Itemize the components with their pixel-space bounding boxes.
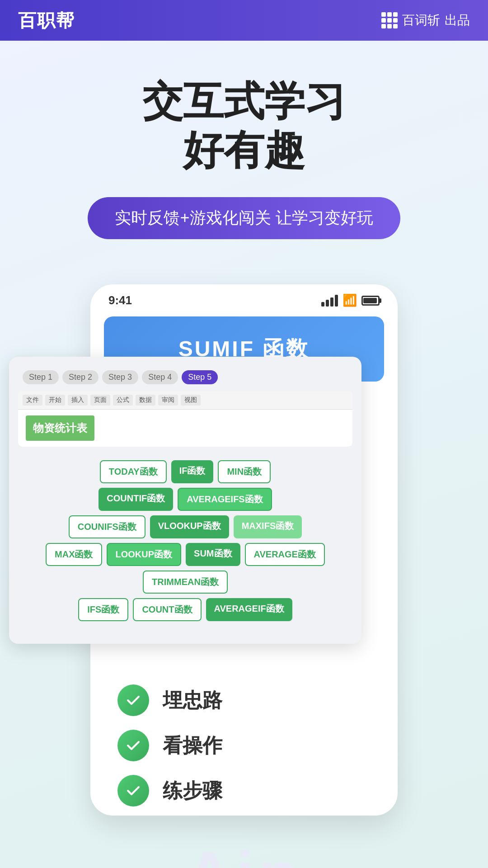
function-tag[interactable]: COUNIFS函数 <box>69 515 145 538</box>
checklist-item: 埋忠路 <box>117 684 371 716</box>
checklist-label: 埋忠路 <box>163 687 222 714</box>
brand-area: 百词斩 出品 <box>381 12 470 29</box>
wifi-icon: 📶 <box>343 293 357 307</box>
checklist-label: 看操作 <box>163 732 222 759</box>
excel-toolbar: 文件 开始 插入 页面 公式 数据 审阅 视图 <box>18 391 352 410</box>
step-pill[interactable]: Step 5 <box>182 370 218 384</box>
check-circle <box>117 775 149 807</box>
sheet-title: 物资统计表 <box>26 415 94 441</box>
toolbar-btn[interactable]: 公式 <box>113 395 133 406</box>
function-tag[interactable]: VLOOKUP函数 <box>150 515 229 538</box>
function-tag[interactable]: TODAY函数 <box>100 460 167 483</box>
hero-section: 交互式学习 好有趣 实时反馈+游戏化闯关 让学习变好玩 <box>0 41 488 284</box>
function-tag[interactable]: IFS函数 <box>78 598 128 621</box>
function-tag[interactable]: LOOKUP函数 <box>107 543 182 566</box>
step-pills: Step 1Step 2Step 3Step 4Step 5 <box>18 370 352 384</box>
function-tag[interactable]: COUNT函数 <box>133 598 201 621</box>
step-pill[interactable]: Step 1 <box>23 370 59 384</box>
toolbar-btn[interactable]: 插入 <box>68 395 88 406</box>
toolbar-btn[interactable]: 页面 <box>90 395 110 406</box>
battery-icon <box>361 296 380 306</box>
mockup-area: 9:41 📶 SUMIF 函数 埋忠路 <box>0 284 488 816</box>
hero-badge: 实时反馈+游戏化闯关 让学习变好玩 <box>88 197 400 239</box>
hero-title: 交互式学习 好有趣 <box>18 77 470 175</box>
toolbar-btn[interactable]: 开始 <box>45 395 65 406</box>
function-tag[interactable]: COUNTIF函数 <box>99 488 173 511</box>
step-pill[interactable]: Step 3 <box>102 370 138 384</box>
app-header: 百职帮 百词斩 出品 <box>0 0 488 41</box>
function-tag[interactable]: TRIMMEAN函数 <box>143 571 228 594</box>
tags-cloud: TODAY函数IF函数MIN函数COUNTIF函数AVERAGEIFS函数COU… <box>18 456 352 630</box>
checklist: 埋忠路 看操作 练步骤 <box>90 675 398 816</box>
function-tag[interactable]: MIN函数 <box>218 460 271 483</box>
step-pill[interactable]: Step 4 <box>142 370 178 384</box>
signal-icon <box>321 295 338 307</box>
function-tag[interactable]: IF函数 <box>171 460 214 483</box>
function-tag[interactable]: AVERAGE函数 <box>245 543 325 566</box>
toolbar-btn[interactable]: 数据 <box>136 395 155 406</box>
checklist-label: 练步骤 <box>163 778 222 804</box>
function-tag[interactable]: SUM函数 <box>186 543 240 566</box>
status-icons: 📶 <box>321 293 380 307</box>
check-circle <box>117 730 149 761</box>
checklist-item: 练步骤 <box>117 775 371 807</box>
status-bar: 9:41 📶 <box>90 284 398 312</box>
toolbar-btn[interactable]: 文件 <box>23 395 42 406</box>
brand-grid-icon <box>381 12 398 28</box>
function-tag[interactable]: MAX函数 <box>46 543 102 566</box>
excel-area: 文件 开始 插入 页面 公式 数据 审阅 视图 物资统计表 <box>18 391 352 447</box>
function-tag[interactable]: AVERAGEIFS函数 <box>178 488 272 511</box>
step-pill[interactable]: Step 2 <box>62 370 99 384</box>
app-logo: 百职帮 <box>18 8 75 33</box>
toolbar-btn[interactable]: 视图 <box>181 395 201 406</box>
brand-name: 百词斩 <box>402 12 440 29</box>
function-tag[interactable]: MAXIFS函数 <box>234 515 302 538</box>
brand-suffix: 出品 <box>445 12 470 29</box>
status-time: 9:41 <box>108 293 132 307</box>
bottom-decorative-text: Ain <box>0 834 488 868</box>
checklist-item: 看操作 <box>117 730 371 761</box>
overlay-card: Step 1Step 2Step 3Step 4Step 5 文件 开始 插入 … <box>9 357 361 644</box>
check-circle <box>117 684 149 716</box>
toolbar-btn[interactable]: 审阅 <box>158 395 178 406</box>
function-tag[interactable]: AVERAGEIF函数 <box>206 598 292 621</box>
